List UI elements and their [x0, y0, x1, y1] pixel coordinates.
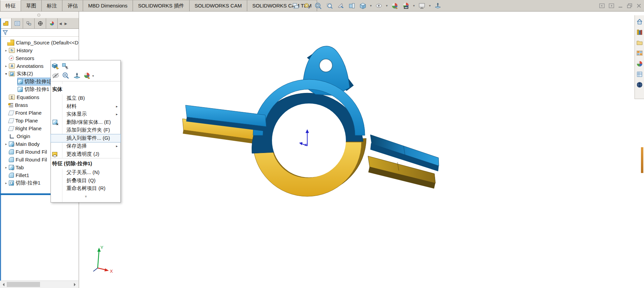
panel-tabs-scroll-left[interactable]: ◀ [58, 18, 63, 28]
tree-expander-icon[interactable]: ▸ [3, 166, 9, 169]
tree-item[interactable]: Clamp_Source (Default<<D [0, 39, 79, 46]
menu-item[interactable]: 插入到新零件... (G) [51, 134, 120, 142]
view-settings-caret[interactable]: ▾ [429, 0, 431, 11]
tree-expander-icon[interactable]: ▸ [3, 142, 9, 146]
tree-item-body[interactable]: Origin [9, 133, 32, 139]
arrange-windows-icon[interactable] [292, 2, 300, 10]
zoom-area-icon[interactable] [325, 2, 333, 10]
home-icon[interactable] [636, 18, 643, 25]
menu-item[interactable]: 更改透明度 (J) [51, 150, 120, 158]
edit-appearance-icon[interactable] [391, 2, 399, 10]
tree-item-body[interactable]: 切除-拉伸1 [9, 179, 42, 187]
tree-expander-icon[interactable]: ▸ [3, 181, 9, 185]
displaymanager-tab[interactable] [46, 18, 58, 28]
clamp-model[interactable] [182, 46, 439, 196]
tree-item-body[interactable]: Equations [9, 94, 41, 100]
tree-item-body[interactable]: Brass [9, 102, 29, 108]
commandmanager-tabs: 特征草图标注评估MBD DimensionsSOLIDWORKS 插件SOLID… [0, 0, 317, 11]
custom-properties-icon[interactable] [636, 71, 643, 78]
view-settings-icon[interactable] [418, 2, 426, 10]
dock-right-icon[interactable] [609, 3, 614, 8]
measure-icon[interactable] [303, 2, 311, 10]
menu-item[interactable]: 实体显示▸ [51, 110, 120, 118]
menu-item[interactable]: 保存选择▸ [51, 142, 120, 150]
panel-splitter[interactable] [0, 11, 79, 18]
normal-to-icon[interactable] [73, 72, 81, 79]
propertymanager-tab[interactable] [12, 18, 23, 28]
section-knife-icon[interactable] [336, 2, 345, 10]
tree-expander-icon[interactable]: ▸ [3, 49, 9, 52]
tree-filter-bar[interactable] [0, 29, 79, 37]
tree-item-body[interactable]: Clamp_Source (Default<<D [7, 39, 80, 46]
scroll-left-arrow[interactable] [0, 281, 7, 288]
body-operations-icon[interactable] [62, 62, 69, 70]
tree-item-body[interactable]: History [9, 47, 34, 54]
tree-item-body[interactable]: Full Round Fil [9, 149, 48, 155]
zoom-fit-icon[interactable] [314, 2, 322, 10]
fillet-icon [9, 173, 14, 178]
appearance-caret[interactable]: ▾ [92, 73, 94, 79]
panel-tabs-scroll-right[interactable]: ▶ [63, 18, 69, 28]
clamp-tab-hole [319, 59, 332, 72]
zoom-to-selection-icon[interactable] [62, 72, 69, 79]
section-view-icon[interactable] [348, 2, 356, 10]
hide-show-items-icon[interactable] [375, 2, 383, 10]
titlebar: 特征草图标注评估MBD DimensionsSOLIDWORKS 插件SOLID… [0, 0, 644, 12]
featuremanager-tab[interactable] [0, 18, 12, 28]
menu-item[interactable]: 材料▸ [51, 102, 120, 111]
ribbon-tab[interactable]: 特征 [0, 0, 21, 12]
tree-item-label: Tab [16, 164, 25, 171]
menu-expand-chevron-icon[interactable]: » [82, 161, 90, 231]
tree-item[interactable]: ▸History [0, 46, 79, 54]
menu-item[interactable]: 添加到新文件夹 (F) [51, 126, 120, 134]
menu-item[interactable]: 删除/保留实体... (E) [51, 118, 120, 127]
tree-item-body[interactable]: 实体(2) [9, 70, 34, 77]
tree-item-body[interactable]: Sensors [9, 55, 36, 61]
restore-icon[interactable] [627, 3, 632, 8]
tree-item-body[interactable]: Right Plane [9, 125, 43, 132]
dimxpertmanager-tab[interactable] [35, 18, 46, 28]
appearances-icon[interactable] [636, 60, 643, 68]
tree-item-body[interactable]: Top Plane [9, 117, 39, 124]
taskpane-flyout-handle[interactable] [641, 147, 643, 173]
apply-scene-icon[interactable] [402, 2, 410, 10]
panel-horizontal-scrollbar[interactable] [0, 281, 78, 288]
dock-left-icon[interactable] [599, 3, 605, 8]
ribbon-tab[interactable]: SOLIDWORKS CAM [190, 0, 247, 11]
filter-funnel-icon [3, 30, 8, 35]
tree-expander-icon[interactable]: ▾ [3, 72, 9, 76]
view-orientation-caret[interactable]: ▾ [370, 0, 372, 11]
tree-item-body[interactable]: 切除-拉伸1 [18, 86, 51, 93]
tree-item-body[interactable]: Front Plane [9, 110, 43, 116]
ribbon-tab[interactable]: 评估 [62, 0, 83, 11]
view-palette-icon[interactable] [636, 50, 643, 57]
appearance-icon[interactable] [83, 72, 91, 79]
forum-icon[interactable] [636, 81, 643, 89]
ribbon-tab[interactable]: 标注 [42, 0, 62, 11]
scroll-right-arrow[interactable] [71, 281, 78, 288]
tree-item-body[interactable]: Full Round Fil [9, 156, 48, 163]
body-icon [18, 87, 23, 92]
edit-feature-icon[interactable] [52, 62, 59, 70]
apply-scene-caret[interactable]: ▾ [413, 0, 415, 11]
hide-show-caret[interactable]: ▾ [386, 0, 388, 11]
tree-item-body[interactable]: Fillet1 [9, 172, 31, 178]
ribbon-tab[interactable]: MBD Dimensions [83, 0, 133, 11]
ribbon-tab[interactable]: 草图 [21, 0, 42, 11]
splitter-handle[interactable] [37, 14, 40, 17]
ribbon-tab[interactable]: SOLIDWORKS 插件 [133, 0, 190, 11]
menu-item[interactable]: 孤立 (B) [51, 94, 120, 102]
tree-item-body[interactable]: Tab [9, 164, 25, 171]
tree-item-body[interactable]: Annotations [9, 63, 45, 69]
scrollbar-thumb[interactable] [7, 282, 40, 287]
tree-expander-icon[interactable]: ▸ [3, 64, 9, 68]
close-icon[interactable] [637, 3, 641, 8]
design-library-icon[interactable] [636, 28, 643, 36]
tree-item-body[interactable]: Main Body [9, 141, 41, 147]
minimize-icon[interactable] [618, 3, 623, 8]
3d-drawing-view-icon[interactable] [434, 2, 442, 10]
hide-icon[interactable] [52, 72, 59, 79]
file-explorer-icon[interactable] [636, 39, 643, 46]
configurationmanager-tab[interactable] [23, 18, 35, 28]
view-orientation-icon[interactable] [359, 2, 367, 10]
